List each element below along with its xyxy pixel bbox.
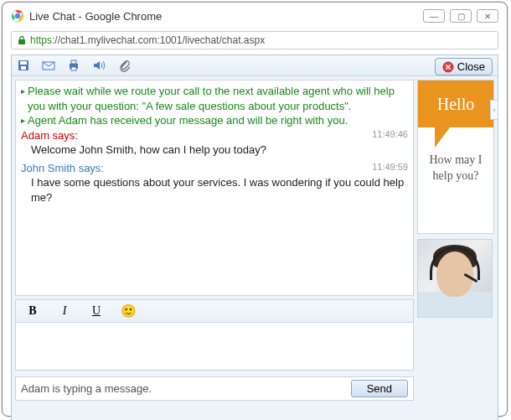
minimize-button[interactable]: ― (423, 9, 445, 23)
chat-content: Please wait while we route your call to … (12, 76, 498, 420)
browser-window: Live Chat - Google Chrome ― ▢ ✕ https://… (2, 2, 508, 417)
close-chat-button[interactable]: Close (435, 58, 493, 75)
emoji-button[interactable]: 🙂 (120, 303, 137, 319)
url-scheme: https (30, 34, 52, 46)
email-icon[interactable] (42, 59, 55, 72)
help-text: How may I help you? (418, 127, 493, 184)
messages-pane: Please wait while we route your call to … (15, 80, 414, 296)
window-title: Live Chat - Google Chrome (29, 10, 423, 23)
sidebar-expand-button[interactable]: › (490, 100, 498, 120)
sound-icon[interactable] (92, 59, 106, 72)
hello-banner: Hello How may I help you? (417, 80, 494, 234)
svg-rect-4 (20, 61, 27, 65)
agent-photo (417, 239, 493, 318)
message-body: Welcome John Smith, how can I help you t… (21, 143, 408, 158)
lock-icon (17, 35, 27, 45)
bold-button[interactable]: B (24, 304, 41, 318)
system-message: Agent Adam has received your message and… (21, 113, 408, 128)
chat-app: Close Please wait while we route your ca… (11, 54, 498, 420)
message-header: Adam says: 11:49:46 (21, 128, 408, 143)
chat-toolbar: Close (12, 55, 498, 76)
svg-rect-9 (71, 67, 76, 70)
titlebar: Live Chat - Google Chrome ― ▢ ✕ (3, 3, 507, 29)
window-close-button[interactable]: ✕ (477, 9, 498, 23)
message-body: I have some questions about your service… (21, 175, 408, 205)
message-input[interactable] (15, 322, 414, 371)
svg-rect-8 (71, 60, 76, 64)
sender-label: Adam says: (21, 129, 78, 142)
status-row: Adam is typing a message. Send (15, 376, 414, 401)
message-header: John Smith says: 11:49:59 (21, 161, 408, 176)
chat-column: Please wait while we route your call to … (12, 76, 417, 420)
svg-rect-5 (21, 66, 26, 70)
sender-label: John Smith says: (21, 162, 104, 174)
svg-point-1 (15, 13, 20, 18)
format-toolbar: B I U 🙂 (15, 299, 414, 322)
system-message: Please wait while we route your call to … (21, 84, 408, 113)
underline-button[interactable]: U (88, 304, 105, 318)
save-icon[interactable] (17, 59, 30, 72)
maximize-button[interactable]: ▢ (450, 9, 472, 23)
bubble-tail-icon (435, 127, 450, 148)
close-icon (442, 61, 454, 73)
window-controls: ― ▢ ✕ (423, 9, 498, 23)
sidebar: Hello How may I help you? › (417, 76, 498, 420)
timestamp: 11:49:59 (372, 161, 408, 174)
typing-status: Adam is typing a message. (21, 382, 351, 395)
print-icon[interactable] (67, 59, 80, 72)
close-label: Close (457, 60, 485, 73)
url-path: ://chat1.mylivechat.com:1001/livechat/ch… (52, 34, 265, 46)
address-bar[interactable]: https://chat1.mylivechat.com:1001/livech… (11, 31, 498, 49)
timestamp: 11:49:46 (372, 128, 408, 141)
svg-rect-2 (18, 39, 25, 44)
send-button[interactable]: Send (351, 380, 408, 397)
attachment-icon[interactable] (117, 59, 131, 72)
italic-button[interactable]: I (56, 304, 73, 318)
input-area (12, 322, 417, 373)
hello-bubble: Hello (418, 80, 493, 127)
chrome-icon (11, 9, 24, 23)
